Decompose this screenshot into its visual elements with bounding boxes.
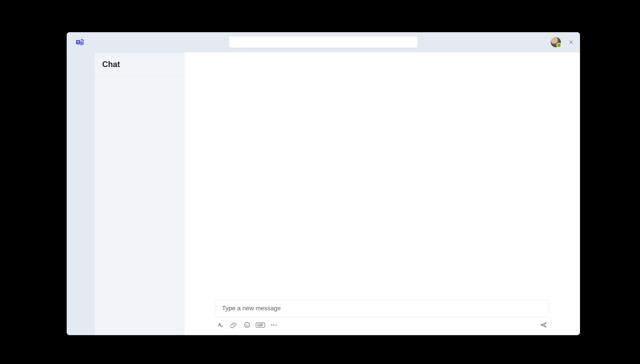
compose-toolbar: GIF <box>216 317 549 329</box>
send-icon <box>540 322 547 328</box>
attachment-icon <box>231 322 237 328</box>
conversation-list-header: Chat <box>95 52 184 76</box>
composer: GIF <box>184 300 580 335</box>
more-options-button[interactable] <box>270 322 277 328</box>
presence-badge-available <box>556 43 561 48</box>
send-button[interactable] <box>540 321 548 329</box>
svg-point-5 <box>246 324 247 325</box>
emoji-button[interactable] <box>244 322 251 328</box>
gif-icon: GIF <box>256 322 265 328</box>
svg-point-2 <box>81 39 83 41</box>
chat-main-area: GIF <box>184 52 580 335</box>
profile-avatar[interactable] <box>551 37 561 47</box>
format-text-button[interactable] <box>217 322 224 328</box>
message-list <box>184 52 580 300</box>
search-input[interactable] <box>229 36 418 48</box>
gif-button[interactable]: GIF <box>257 322 264 328</box>
conversation-list-panel: Chat <box>95 52 184 335</box>
conversation-list-title: Chat <box>102 60 120 69</box>
title-bar: T <box>67 32 580 52</box>
svg-point-3 <box>83 40 84 41</box>
more-options-icon <box>271 324 277 326</box>
close-icon <box>568 40 574 45</box>
svg-point-4 <box>245 322 250 328</box>
message-input[interactable] <box>222 304 543 312</box>
emoji-icon <box>244 322 251 328</box>
app-body: Chat <box>67 52 580 335</box>
svg-text:T: T <box>77 40 79 44</box>
svg-point-6 <box>248 324 249 325</box>
attachment-button[interactable] <box>230 322 237 328</box>
format-text-icon <box>217 322 224 328</box>
close-button[interactable] <box>567 38 575 46</box>
teams-window: T <box>67 32 580 335</box>
search-bar[interactable] <box>229 36 418 48</box>
teams-logo-icon: T <box>76 38 84 46</box>
app-rail <box>67 52 95 335</box>
compose-box[interactable] <box>216 300 549 317</box>
